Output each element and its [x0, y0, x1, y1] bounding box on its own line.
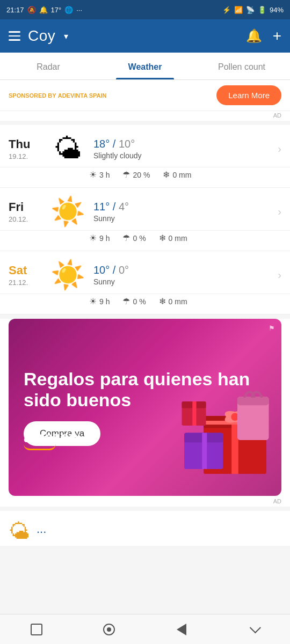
square-icon	[31, 624, 42, 635]
nav-right: 🔔 +	[246, 27, 281, 45]
tab-bar: Radar Weather Pollen count	[0, 53, 290, 80]
sponsored-text: SPONSORED BY ADEVINTA SPAIN	[9, 92, 107, 99]
status-left: 21:17 🔕 🔔 17° 🌐 ···	[6, 6, 82, 14]
temp-high-thu: 18°	[93, 138, 110, 150]
bottom-nav-bar	[0, 614, 290, 644]
learn-more-button[interactable]: Learn More	[216, 85, 281, 105]
amazon-logo: amazon	[24, 429, 78, 450]
temp-sep-thu: /	[113, 138, 119, 150]
back-button[interactable]	[27, 620, 46, 639]
rainfall-sat: ❄ 0 mm	[159, 296, 187, 306]
notification-bell-icon[interactable]: 🔔	[246, 28, 262, 43]
temp-low-thu: 10°	[119, 138, 135, 150]
temp-range-sat: 10° / 0°	[93, 264, 261, 276]
rainfall-thu: ❄ 0 mm	[163, 170, 191, 180]
mute-icon: 🔕	[27, 6, 36, 14]
chevron-down-icon	[248, 624, 260, 635]
condition-sat: Sunny	[93, 277, 261, 286]
partial-sun-icon: 🌤	[9, 519, 30, 544]
temp-high-fri: 11°	[93, 201, 110, 213]
amazon-ad-content: Regalos para quienes han sido buenos Com…	[9, 354, 281, 461]
time-display: 21:17	[6, 6, 24, 14]
weather-icon-sat: ☀️	[46, 259, 89, 291]
rain-icon-thu: ☂	[122, 170, 130, 180]
weather-day-fri[interactable]: Fri 20.12. ☀️ 11° / 4° Sunny ›	[0, 188, 290, 231]
temp-high-sat: 10°	[93, 264, 110, 276]
temp-low-sat: 0°	[119, 264, 129, 276]
day-date-thu: 19.12.	[9, 152, 46, 160]
day-info-sat: Sat 21.12.	[9, 264, 46, 287]
weather-day-sat[interactable]: Sat 21.12. ☀️ 10° / 0° Sunny ›	[0, 251, 290, 294]
tab-pollen-count[interactable]: Pollen count	[193, 53, 290, 79]
bluetooth-icon: ⚡	[222, 6, 231, 14]
add-location-button[interactable]: +	[273, 27, 281, 45]
city-name-label[interactable]: Coy	[28, 27, 55, 45]
sponsor-name: ADEVINTA SPAIN	[58, 92, 107, 99]
weather-sub-thu: ☀ 3 h ☂ 20 % ❄ 0 mm	[0, 167, 290, 188]
sun-icon-sat: ☀	[89, 296, 97, 306]
temp-range-thu: 18° / 10°	[93, 138, 261, 150]
sun-hours-fri: ☀ 9 h	[89, 233, 110, 243]
condition-thu: Slightly cloudy	[93, 151, 261, 160]
notification-icon: 🔔	[39, 6, 48, 14]
partial-temp-placeholder: ···	[37, 525, 46, 539]
home-circle-icon	[103, 624, 115, 635]
temp-indicator: 17°	[51, 6, 62, 14]
ad-corner-icon: ⚑	[269, 324, 275, 332]
rain-chance-thu: ☂ 20 %	[122, 170, 150, 180]
day-info-thu: Thu 19.12.	[9, 137, 46, 160]
day-name-thu: Thu	[9, 137, 46, 151]
amazon-ad-label: AD	[0, 496, 290, 507]
recents-button[interactable]	[172, 620, 191, 639]
ad-label-top: AD	[0, 111, 290, 121]
sun-icon-fri: ☀	[89, 233, 97, 243]
globe-icon: 🌐	[64, 6, 73, 14]
sun-hours-thu: ☀ 3 h	[89, 170, 110, 180]
amazon-ad-banner[interactable]: ⚑ Regalos para quienes han sido buenos C…	[9, 319, 281, 496]
tab-radar[interactable]: Radar	[0, 53, 97, 79]
weather-temp-thu: 18° / 10° Slightly cloudy	[89, 138, 265, 160]
tab-weather[interactable]: Weather	[97, 53, 193, 79]
top-nav-bar: Coy ▾ 🔔 +	[0, 19, 290, 53]
weather-temp-fri: 11° / 4° Sunny	[89, 201, 265, 223]
wifi-icon: 📡	[246, 6, 255, 14]
back-triangle-icon	[177, 624, 186, 635]
weather-sub-fri: ☀ 9 h ☂ 0 % ❄ 0 mm	[0, 231, 290, 251]
notifications-button[interactable]	[244, 620, 264, 639]
weather-day-thu[interactable]: Thu 19.12. 🌤 18° / 10° Slightly cloudy ›	[0, 125, 290, 167]
rain-icon-fri: ☂	[122, 233, 130, 243]
weather-icon-fri: ☀️	[46, 195, 89, 228]
battery-icon: 🔋	[258, 6, 266, 14]
status-bar: 21:17 🔕 🔔 17° 🌐 ··· ⚡ 📶 📡 🔋 94%	[0, 0, 290, 19]
drop-icon-sat: ❄	[159, 296, 166, 306]
rainfall-fri: ❄ 0 mm	[159, 233, 187, 243]
rain-chance-sat: ☂ 0 %	[122, 296, 146, 306]
battery-percent: 94%	[270, 6, 284, 14]
day-name-fri: Fri	[9, 200, 46, 214]
more-icon: ···	[76, 6, 82, 14]
rain-icon-sat: ☂	[122, 296, 130, 306]
weather-temp-sat: 10° / 0° Sunny	[89, 264, 265, 286]
temp-range-fri: 11° / 4°	[93, 201, 261, 213]
hamburger-menu-button[interactable]	[9, 31, 20, 41]
day-date-fri: 20.12.	[9, 215, 46, 223]
partial-day-row: 🌤 ···	[0, 511, 290, 546]
nav-left: Coy ▾	[9, 27, 68, 45]
city-dropdown-icon[interactable]: ▾	[64, 31, 68, 41]
weather-icon-thu: 🌤	[46, 133, 89, 165]
chevron-sat: ›	[265, 269, 281, 281]
rain-chance-fri: ☂ 0 %	[122, 233, 146, 243]
status-right: ⚡ 📶 📡 🔋 94%	[222, 6, 284, 14]
weather-sub-sat: ☀ 9 h ☂ 0 % ❄ 0 mm	[0, 294, 290, 314]
amazon-ad-headline: Regalos para quienes han sido buenos	[24, 369, 266, 411]
amazon-ad-container: ⚑ Regalos para quienes han sido buenos C…	[0, 319, 290, 496]
sun-hours-sat: ☀ 9 h	[89, 296, 110, 306]
drop-icon-thu: ❄	[163, 170, 170, 180]
weather-forecast-section: Thu 19.12. 🌤 18° / 10° Slightly cloudy ›…	[0, 125, 290, 314]
chevron-fri: ›	[265, 206, 281, 218]
home-button[interactable]	[99, 620, 119, 639]
temp-low-fri: 4°	[119, 201, 129, 213]
signal-icon: 📶	[234, 6, 243, 14]
sun-icon-thu: ☀	[89, 170, 97, 180]
condition-fri: Sunny	[93, 214, 261, 223]
